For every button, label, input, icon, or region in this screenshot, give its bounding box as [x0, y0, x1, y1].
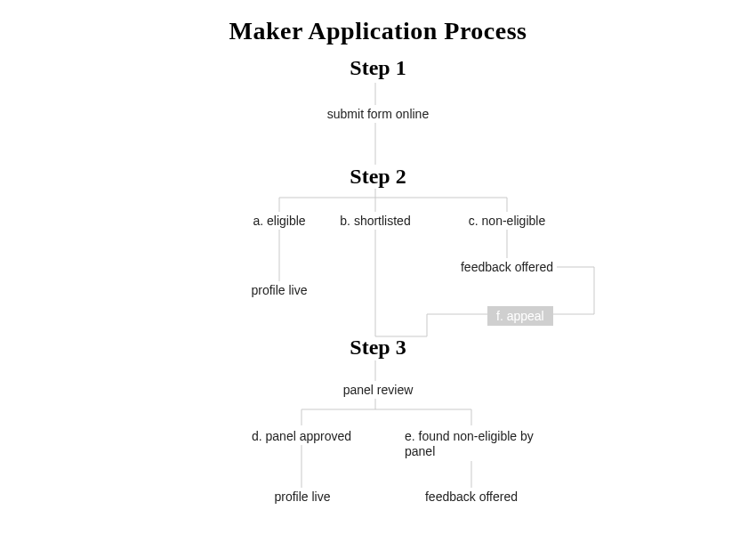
step-2-b: b. shortlisted: [331, 214, 420, 229]
step-3-d: d. panel approved: [224, 429, 379, 444]
step-2-f-appeal: f. appeal: [487, 306, 553, 326]
step-2-c-result: feedback offered: [445, 260, 569, 275]
step-2-heading: Step 2: [0, 164, 756, 190]
step-1-action: submit form online: [0, 107, 756, 122]
step-3-heading: Step 3: [0, 335, 756, 360]
step-3-d-result: profile live: [249, 490, 356, 505]
step-1-heading: Step 1: [0, 55, 756, 81]
step-2-a: a. eligible: [235, 214, 324, 229]
step-3-e-result: feedback offered: [409, 490, 534, 505]
step-2-a-result: profile live: [235, 283, 324, 298]
step-3-action: panel review: [0, 383, 756, 398]
diagram-title: Maker Application Process: [0, 16, 756, 46]
step-2-c: c. non-eligible: [454, 214, 560, 229]
step-3-e: e. found non-eligible by panel: [405, 429, 538, 459]
